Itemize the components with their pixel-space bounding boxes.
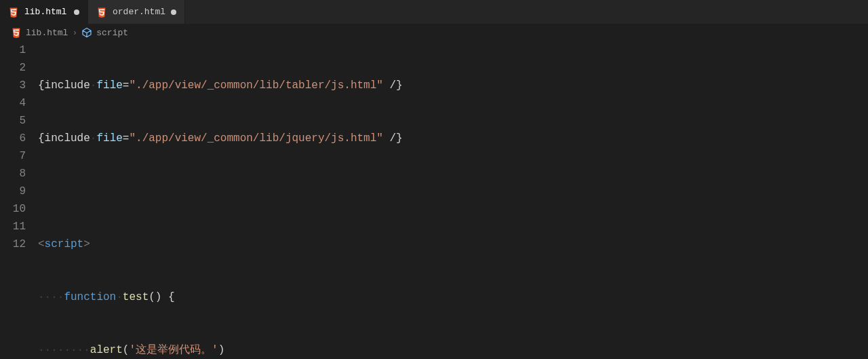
tab-label: order.html: [113, 7, 165, 17]
html5-icon: [96, 7, 107, 18]
code-line: ········alert('这是举例代码。'): [38, 341, 868, 359]
block-icon: [81, 27, 92, 38]
line-number-gutter: 1 2 3 4 5 6 7 8 9 10 11 12: [0, 41, 38, 359]
breadcrumb-file[interactable]: lib.html: [26, 28, 68, 38]
line-number: 6: [0, 130, 26, 147]
line-number: 1: [0, 41, 26, 59]
tab-label: lib.html: [24, 7, 66, 17]
breadcrumb: lib.html › script: [0, 24, 868, 41]
line-number: 11: [0, 218, 26, 235]
html5-icon: [11, 27, 22, 38]
line-number: 8: [0, 165, 26, 183]
line-number: 7: [0, 147, 26, 165]
html5-icon: [8, 7, 19, 18]
tab-lib-html[interactable]: lib.html: [0, 0, 88, 24]
dirty-indicator-icon: [74, 10, 79, 15]
line-number: 4: [0, 94, 26, 112]
code-line: {include·file="./app/view/_common/lib/jq…: [38, 130, 868, 147]
dirty-indicator-icon: [171, 10, 176, 15]
line-number: 9: [0, 183, 26, 200]
chevron-right-icon: ›: [72, 28, 77, 38]
tab-order-html[interactable]: order.html: [88, 0, 185, 24]
code-line: [38, 183, 868, 200]
code-line: <script>: [38, 235, 868, 253]
code-editor[interactable]: 1 2 3 4 5 6 7 8 9 10 11 12 {include·file…: [0, 41, 868, 359]
code-content[interactable]: {include·file="./app/view/_common/lib/ta…: [38, 41, 868, 359]
code-line: {include·file="./app/view/_common/lib/ta…: [38, 77, 868, 94]
breadcrumb-symbol[interactable]: script: [96, 28, 128, 38]
line-number: 2: [0, 59, 26, 77]
line-number: 12: [0, 235, 26, 253]
line-number: 5: [0, 112, 26, 130]
tabs-bar: lib.html order.html: [0, 0, 868, 24]
line-number: 3: [0, 77, 26, 94]
code-line: ····function·test() {: [38, 288, 868, 306]
line-number: 10: [0, 200, 26, 218]
